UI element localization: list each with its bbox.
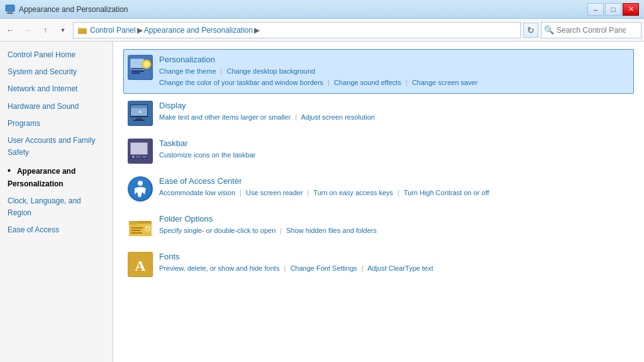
category-ease-of-access[interactable]: Ease of Access Center Accommodate low vi… (123, 171, 634, 207)
svg-text:✓: ✓ (146, 226, 150, 232)
folder-options-links: Specify single- or double-click to open … (159, 225, 630, 237)
svg-rect-33 (129, 221, 138, 225)
link-cleartype[interactable]: Adjust ClearType text (367, 264, 433, 272)
display-icon: A (128, 101, 153, 126)
category-taskbar[interactable]: Taskbar Customize icons on the taskbar (123, 133, 634, 169)
personalization-links: Change the theme | Change desktop backgr… (159, 66, 630, 88)
search-input[interactable] (557, 26, 626, 35)
link-change-screensaver[interactable]: Change screen saver (412, 79, 478, 86)
svg-rect-34 (131, 227, 143, 229)
active-bullet: • (8, 164, 15, 178)
folder-options-title[interactable]: Folder Options (159, 214, 630, 223)
link-easy-access-keys[interactable]: Turn on easy access keys (313, 189, 393, 196)
link-customize-icons[interactable]: Customize icons on the taskbar (159, 151, 255, 159)
forward-button[interactable]: → (20, 23, 35, 38)
refresh-button[interactable]: ↻ (523, 23, 538, 38)
search-box: 🔍 (541, 22, 641, 38)
app-icon (5, 4, 15, 14)
sidebar-item-clock[interactable]: Clock, Language, and Region (0, 193, 113, 222)
ease-of-access-links: Accommodate low vision | Use screen read… (159, 188, 630, 199)
taskbar-title[interactable]: Taskbar (159, 139, 630, 148)
link-change-theme[interactable]: Change the theme (159, 67, 216, 75)
link-change-color[interactable]: Change the color of your taskbar and win… (159, 79, 323, 86)
ease-of-access-title[interactable]: Ease of Access Center (159, 176, 630, 186)
ease-of-access-icon (128, 176, 153, 201)
maximize-button[interactable]: □ (605, 3, 621, 16)
svg-point-11 (144, 62, 149, 67)
svg-rect-27 (142, 156, 147, 157)
sidebar-active-label: Appearance and Personalization (8, 167, 75, 188)
sidebar-item-user-accounts[interactable]: User Accounts and Family Safety (0, 132, 113, 161)
folder-icon (77, 25, 87, 35)
svg-rect-26 (136, 156, 141, 158)
fonts-text: Fonts Preview, delete, or show and hide … (159, 252, 630, 274)
path-sep-1: ▶ (137, 26, 143, 35)
personalization-icon (128, 55, 153, 80)
category-personalization[interactable]: Personalization Change the theme | Chang… (123, 49, 634, 94)
category-display[interactable]: A Display Make text and other items larg… (123, 95, 634, 132)
link-hidden-files[interactable]: Show hidden files and folders (286, 227, 377, 234)
sidebar-item-control-panel-home[interactable]: Control Panel Home (0, 47, 113, 64)
svg-rect-35 (131, 230, 141, 231)
title-bar-controls: – □ ✕ (587, 3, 639, 16)
fonts-title[interactable]: Fonts (159, 252, 630, 261)
taskbar-links: Customize icons on the taskbar (159, 150, 630, 161)
fonts-links: Preview, delete, or show and hide fonts … (159, 263, 630, 274)
link-font-settings[interactable]: Change Font Settings (290, 264, 357, 272)
taskbar-text: Taskbar Customize icons on the taskbar (159, 139, 630, 161)
svg-rect-1 (8, 12, 13, 13)
history-dropdown-button[interactable]: ▼ (55, 23, 70, 38)
minimize-button[interactable]: – (587, 3, 604, 16)
svg-rect-2 (6, 13, 14, 14)
display-links: Make text and other items larger or smal… (159, 112, 630, 123)
folder-options-text: Folder Options Specify single- or double… (159, 214, 630, 237)
svg-point-29 (138, 181, 143, 186)
svg-rect-9 (131, 68, 143, 69)
display-text: Display Make text and other items larger… (159, 101, 630, 123)
link-preview-fonts[interactable]: Preview, delete, or show and hide fonts (159, 264, 279, 272)
category-folder-options[interactable]: ✓ Folder Options Specify single- or doub… (123, 208, 634, 245)
svg-rect-17 (131, 105, 147, 108)
personalization-title[interactable]: Personalization (159, 55, 630, 64)
svg-rect-19 (133, 120, 145, 121)
sidebar-item-appearance: • Appearance and Personalization (0, 161, 113, 193)
svg-text:A: A (138, 109, 142, 115)
svg-rect-18 (136, 118, 142, 120)
category-fonts[interactable]: A Fonts Preview, delete, or show and hid… (123, 246, 634, 283)
link-change-sound[interactable]: Change sound effects (334, 79, 401, 86)
sidebar-item-ease-of-access[interactable]: Ease of Access (0, 222, 113, 239)
sidebar-item-hardware-sound[interactable]: Hardware and Sound (0, 98, 113, 115)
back-button[interactable]: ← (3, 23, 18, 38)
title-bar-left: Appearance and Personalization (5, 4, 128, 14)
link-screen-reader[interactable]: Use screen reader (246, 189, 303, 196)
close-button[interactable]: ✕ (623, 3, 639, 16)
sidebar-item-network-internet[interactable]: Network and Internet (0, 81, 113, 98)
path-control-panel[interactable]: Control Panel (90, 26, 136, 35)
path-appearance[interactable]: Appearance and Personalization (144, 26, 253, 35)
link-click-open[interactable]: Specify single- or double-click to open (159, 227, 275, 234)
link-low-vision[interactable]: Accommodate low vision (159, 189, 235, 196)
svg-rect-12 (131, 71, 144, 72)
svg-rect-13 (131, 72, 140, 74)
link-resolution[interactable]: Adjust screen resolution (301, 113, 374, 121)
main-container: Control Panel Home System and Security N… (0, 42, 644, 362)
title-bar: Appearance and Personalization – □ ✕ (0, 0, 644, 19)
svg-rect-23 (131, 143, 147, 154)
display-title[interactable]: Display (159, 101, 630, 110)
address-path[interactable]: Control Panel ▶ Appearance and Personali… (73, 22, 521, 38)
svg-rect-5 (78, 28, 81, 30)
personalization-text: Personalization Change the theme | Chang… (159, 55, 630, 88)
svg-rect-0 (6, 5, 14, 11)
taskbar-icon (128, 139, 153, 164)
up-button[interactable]: ↑ (38, 23, 53, 38)
sidebar: Control Panel Home System and Security N… (0, 42, 113, 362)
sidebar-item-system-security[interactable]: System and Security (0, 64, 113, 81)
search-icon: 🔍 (544, 25, 554, 35)
path-sep-2: ▶ (254, 26, 260, 35)
sidebar-item-programs[interactable]: Programs (0, 115, 113, 132)
content-area: Personalization Change the theme | Chang… (113, 42, 644, 362)
link-text-size[interactable]: Make text and other items larger or smal… (159, 113, 291, 121)
link-high-contrast[interactable]: Turn High Contrast on or off (404, 189, 489, 196)
svg-rect-8 (131, 59, 143, 68)
link-change-desktop[interactable]: Change desktop background (227, 67, 316, 75)
